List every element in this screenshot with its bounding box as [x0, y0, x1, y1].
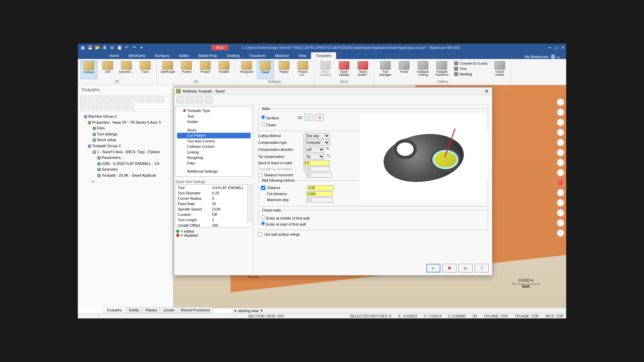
dialog-ok-button[interactable]: ✔ [426, 264, 440, 273]
ribbon-project[interactable]: Project [197, 60, 214, 79]
status-mode[interactable]: 3D [472, 314, 477, 318]
comp-type-select[interactable]: Computer [304, 140, 330, 145]
tree-toolpath-group[interactable]: Toolpath Group-2 [92, 144, 121, 148]
tp-tool-icon[interactable] [135, 96, 141, 102]
nav-linking[interactable]: Linking [177, 149, 251, 155]
ribbon-triangular[interactable]: Triangular ... [238, 60, 255, 79]
view-prev-icon[interactable]: ◂ [234, 308, 236, 313]
tp-tool-icon[interactable] [111, 103, 118, 110]
view-tool-icon[interactable] [557, 149, 564, 156]
view-tool-record-icon[interactable] [557, 179, 564, 186]
ribbon-contour[interactable]: Contour [80, 60, 97, 79]
nav-tool[interactable]: Tool [177, 114, 251, 119]
tp-tool-icon[interactable] [88, 96, 95, 102]
tab-solids[interactable]: Solids [174, 52, 194, 59]
tp-tool-icon[interactable] [158, 96, 164, 102]
view-tool-icon[interactable] [557, 99, 564, 106]
nav-cut-pattern[interactable]: Cut Pattern [177, 133, 251, 138]
maximize-button[interactable]: ▢ [554, 46, 558, 50]
comp-dir-select[interactable]: Left [304, 147, 324, 153]
tree-machine-group[interactable]: Machine Group-2 [88, 114, 117, 118]
tp-tool-icon[interactable] [80, 103, 87, 110]
cut-tol-input[interactable] [307, 191, 333, 196]
nav-collision-control[interactable]: Collision Control [177, 144, 251, 149]
ribbon-trim[interactable]: Trim [454, 66, 487, 71]
ribbon-rotary[interactable]: Rotary [276, 60, 292, 79]
bottom-tab-levels[interactable]: Levels [161, 307, 177, 313]
qvs-scrollbar[interactable] [247, 185, 252, 222]
nav-toolpath-type[interactable]: Toolpath Type [177, 108, 251, 114]
tree-tool-number[interactable]: #285 - 0.2500 FLAT ENDMILL - 1/4 [102, 162, 159, 166]
bottom-tab-planes[interactable]: Planes [143, 307, 160, 313]
view-tool-icon[interactable] [557, 189, 564, 196]
ribbon-stock-display[interactable]: Stock Display [336, 60, 353, 79]
view-tool-icon[interactable] [557, 159, 564, 166]
tab-model-prep[interactable]: Model Prep [194, 52, 222, 59]
ribbon-check-holder[interactable]: Check Holder [491, 60, 508, 79]
nav-additional-settings[interactable]: Additional Settings [177, 169, 251, 174]
walls-surface-radio[interactable] [261, 115, 265, 119]
tree-stock-setup[interactable]: Stock setup [97, 138, 116, 142]
tp-tool-icon[interactable] [104, 96, 110, 102]
status-wcs[interactable]: WCS: TOP [545, 314, 564, 318]
file-tab[interactable]: FILE [211, 45, 228, 50]
toolpaths-tree[interactable]: Machine Group-2 Properties - Haas VF - T… [78, 112, 173, 186]
use-rulings-checkbox[interactable] [258, 232, 262, 237]
tab-surfaces[interactable]: Surfaces [150, 52, 174, 59]
view-dropdown-icon[interactable]: ▾ [261, 308, 263, 313]
qat-open-icon[interactable]: 📂 [95, 45, 100, 50]
ribbon-drill[interactable]: Drill [99, 60, 116, 79]
tree-geometry[interactable]: Geometry [102, 167, 118, 171]
walls-chain-radio[interactable] [261, 122, 265, 126]
tab-home[interactable]: Home [105, 52, 124, 59]
bottom-tab-toolpaths[interactable]: Toolpaths [103, 307, 125, 313]
tab-drafting[interactable]: Drafting [222, 52, 245, 59]
view-tool-icon[interactable] [557, 199, 564, 206]
view-tool-icon[interactable] [557, 139, 564, 146]
qat-save-icon[interactable]: 💾 [87, 45, 93, 50]
dialog-help-button[interactable]: ? [475, 264, 489, 273]
ribbon-multiaxis-linking[interactable]: Multiaxis Linking [415, 60, 431, 79]
tp-tool-icon[interactable] [80, 96, 87, 102]
tree-operation[interactable]: 1 - Swarf 5 Axis - [WCS: Top] - [Tplane [97, 150, 160, 154]
ribbon-collapse-icon[interactable]: ▴ [557, 55, 559, 59]
dialog-cancel-button[interactable]: ✖ [442, 264, 457, 273]
nav-roughing[interactable]: Roughing [177, 155, 251, 161]
ribbon-project-cu[interactable]: Project Cu... [294, 60, 311, 79]
tree-tool-settings[interactable]: Tool settings [97, 132, 117, 136]
qat-copy-icon[interactable]: ⧉ [109, 45, 115, 50]
tip-comp-select[interactable]: Tip [304, 154, 324, 160]
user-avatar-icon[interactable] [551, 54, 555, 59]
tree-properties[interactable]: Properties - Haas VF - TR Series 5 Axis … [92, 120, 161, 124]
enter-start-radio[interactable] [261, 221, 265, 226]
bottom-tab-solids[interactable]: Solids [126, 307, 142, 313]
qat-more-icon[interactable]: ▾ [139, 45, 144, 50]
tree-toolpath-file[interactable]: Toolpath - 25.8K - Swarf Applicati [102, 173, 156, 177]
ribbon-stock-shading[interactable]: Stock Shading [317, 60, 334, 79]
status-tplane[interactable]: TPLANE: TOP [515, 314, 539, 318]
view-tool-icon[interactable] [557, 209, 564, 217]
tp-tool-icon[interactable] [119, 96, 126, 102]
dialog-toolbar-icon[interactable] [177, 96, 184, 103]
ribbon-nesting[interactable]: Nesting [454, 72, 487, 76]
tp-tool-icon[interactable] [127, 96, 133, 102]
ribbon-tool-manager[interactable]: Tool Manager [377, 60, 394, 79]
status-cplane[interactable]: CPLANE: TOP [484, 314, 508, 318]
nav-holder[interactable]: Holder [177, 119, 251, 125]
nav-stock[interactable]: Stock [177, 127, 251, 133]
dialog-apply-button[interactable]: ⊕ [459, 264, 473, 273]
view-tool-icon[interactable] [557, 229, 564, 237]
tree-parameters[interactable]: Parameters [102, 156, 121, 160]
tp-tool-icon[interactable] [142, 96, 149, 102]
view-tool-icon[interactable] [557, 169, 564, 176]
tab-toolpaths[interactable]: Toolpaths [311, 52, 336, 59]
nav-tool-axis-control[interactable]: Tool Axis Control [177, 138, 251, 144]
ribbon-pocket[interactable]: Pocket [178, 60, 195, 79]
stock-leave-input[interactable] [304, 161, 330, 166]
tab-wireframe[interactable]: Wireframe [124, 52, 150, 59]
distance-checkbox[interactable] [261, 186, 265, 190]
tp-tool-icon[interactable] [119, 103, 126, 110]
dist-inc-checkbox[interactable] [258, 173, 262, 177]
view-tool-icon[interactable] [557, 219, 564, 227]
minimize-button[interactable]: ━ [549, 46, 551, 50]
